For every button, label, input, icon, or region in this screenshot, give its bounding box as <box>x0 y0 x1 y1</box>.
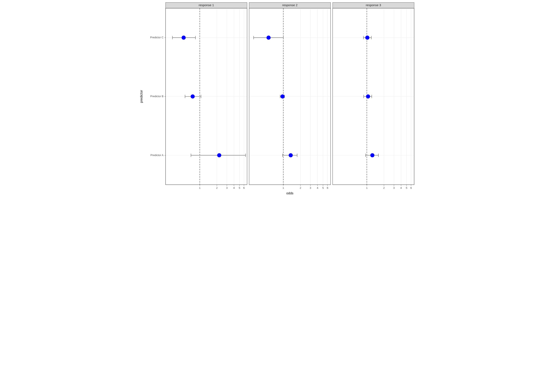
x-tick-label: 3 <box>310 186 311 189</box>
facet-label: response 3 <box>366 3 381 7</box>
x-tick-label: 6 <box>327 186 328 189</box>
x-tick-label: 6 <box>243 186 245 189</box>
data-point <box>266 36 270 40</box>
x-tick-label: 4 <box>400 186 402 189</box>
facet-label: response 1 <box>199 3 214 7</box>
facet-label: response 2 <box>282 3 297 7</box>
y-tick-label: Predictor C <box>150 36 163 39</box>
x-tick-label: 1 <box>283 186 284 189</box>
chart-svg: predictoroddsPredictor APredictor BPredi… <box>139 0 416 196</box>
data-point <box>366 94 370 99</box>
x-tick-label: 2 <box>383 186 385 189</box>
data-point <box>280 94 285 99</box>
x-tick-label: 4 <box>317 186 318 189</box>
data-point <box>365 36 369 40</box>
y-axis-title: predictor <box>140 90 143 103</box>
data-point <box>370 153 374 157</box>
data-point <box>217 153 221 157</box>
y-tick-label: Predictor A <box>150 154 163 157</box>
x-tick-label: 2 <box>216 186 218 189</box>
x-axis-title: odds <box>286 191 293 195</box>
x-tick-label: 2 <box>300 186 301 189</box>
x-tick-label: 5 <box>322 186 324 189</box>
data-point <box>191 94 195 99</box>
data-point <box>182 36 186 40</box>
x-tick-label: 6 <box>410 186 412 189</box>
x-tick-label: 1 <box>366 186 368 189</box>
chart-root: predictoroddsPredictor APredictor BPredi… <box>139 0 416 196</box>
y-tick-label: Predictor B <box>150 95 163 98</box>
x-tick-label: 4 <box>233 186 234 189</box>
x-tick-label: 5 <box>239 186 240 189</box>
x-tick-label: 1 <box>199 186 200 189</box>
data-point <box>289 153 293 157</box>
x-tick-label: 3 <box>393 186 394 189</box>
x-tick-label: 5 <box>406 186 407 189</box>
x-tick-label: 3 <box>226 186 227 189</box>
